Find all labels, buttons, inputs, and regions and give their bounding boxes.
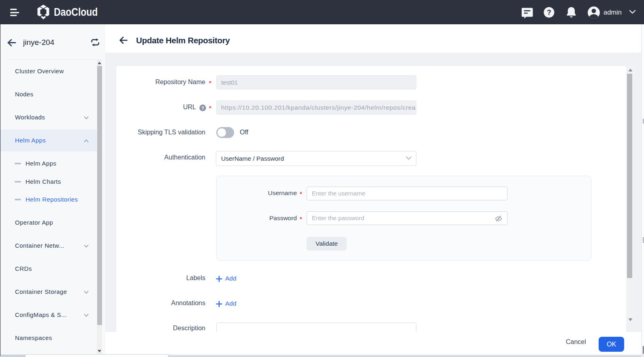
svg-text:?: ?: [201, 106, 204, 110]
svg-text:?: ?: [547, 8, 551, 17]
